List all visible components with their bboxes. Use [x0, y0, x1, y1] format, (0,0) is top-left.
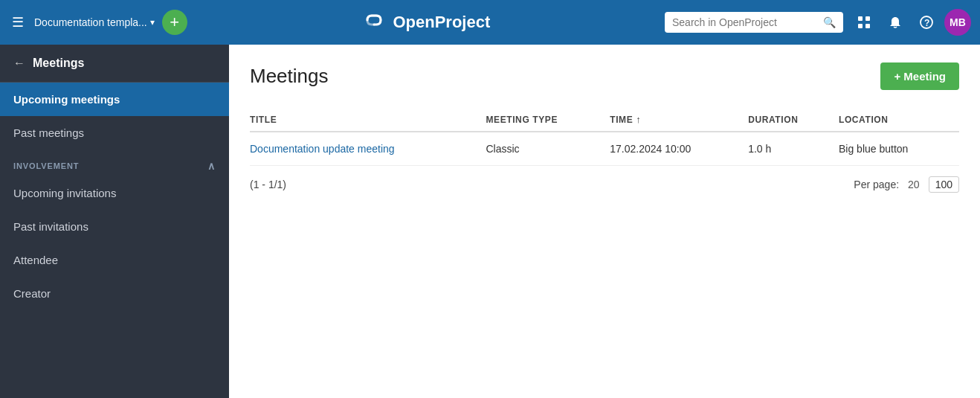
sidebar-title: Meetings — [33, 57, 84, 70]
svg-rect-2 — [858, 24, 863, 28]
col-location: LOCATION — [839, 108, 959, 132]
search-input[interactable] — [672, 16, 819, 28]
sidebar-header: ← Meetings — [0, 45, 229, 83]
logo-area: OpenProject — [195, 11, 657, 33]
col-time[interactable]: TIME ↑ — [610, 108, 748, 132]
per-page-100[interactable]: 100 — [929, 176, 959, 193]
cell-title: Documentation update meeting — [250, 132, 486, 166]
cell-type: Classic — [486, 132, 610, 166]
hamburger-icon[interactable]: ☰ — [9, 11, 27, 33]
grid-button[interactable] — [851, 9, 877, 36]
add-project-button[interactable]: + — [162, 10, 187, 35]
sort-arrow-icon: ↑ — [636, 114, 641, 125]
sidebar-item-past-invitations[interactable]: Past invitations — [0, 210, 229, 243]
svg-rect-1 — [865, 16, 870, 21]
cell-time: 17.02.2024 10:00 — [610, 132, 748, 166]
cell-location: Big blue button — [839, 132, 959, 166]
nav-icons: ? MB — [851, 9, 971, 36]
notifications-button[interactable] — [882, 9, 909, 36]
pagination-area: (1 - 1/1) Per page: 20 100 — [250, 176, 959, 193]
meetings-table: TITLE MEETING TYPE TIME ↑ DURATION — [250, 108, 959, 166]
involvement-chevron-icon[interactable]: ∧ — [207, 160, 216, 172]
sidebar-item-creator[interactable]: Creator — [0, 277, 229, 310]
avatar[interactable]: MB — [944, 9, 971, 36]
project-chevron-icon: ▾ — [150, 17, 155, 28]
search-icon: 🔍 — [823, 16, 836, 28]
sidebar-item-upcoming-invitations[interactable]: Upcoming invitations — [0, 176, 229, 210]
sidebar: ← Meetings Upcoming meetings Past meetin… — [0, 45, 229, 398]
project-selector[interactable]: Documentation templa... ▾ — [34, 16, 155, 28]
page-header: Meetings + Meeting — [250, 62, 959, 90]
sidebar-item-attendee[interactable]: Attendee — [0, 243, 229, 277]
cell-duration: 1.0 h — [748, 132, 839, 166]
logo-icon — [361, 11, 387, 33]
layout: ← Meetings Upcoming meetings Past meetin… — [0, 45, 980, 398]
add-meeting-button[interactable]: + Meeting — [880, 62, 959, 90]
col-title: TITLE — [250, 108, 486, 132]
meeting-link[interactable]: Documentation update meeting — [250, 143, 395, 155]
per-page-label: Per page: — [854, 179, 899, 190]
page-title: Meetings — [250, 65, 329, 88]
pagination-range: (1 - 1/1) — [250, 179, 286, 190]
svg-rect-0 — [858, 16, 863, 21]
main-content: Meetings + Meeting TITLE MEETING TYPE TI… — [229, 45, 980, 398]
logo-text: OpenProject — [393, 13, 490, 32]
svg-text:?: ? — [924, 18, 929, 28]
search-bar: 🔍 — [665, 12, 843, 33]
back-arrow-icon[interactable]: ← — [13, 57, 25, 70]
sidebar-item-past-meetings[interactable]: Past meetings — [0, 116, 229, 150]
svg-rect-3 — [865, 24, 870, 28]
help-button[interactable]: ? — [913, 9, 940, 36]
col-meeting-type: MEETING TYPE — [486, 108, 610, 132]
sidebar-item-upcoming-meetings[interactable]: Upcoming meetings — [0, 83, 229, 116]
col-duration: DURATION — [748, 108, 839, 132]
per-page-20[interactable]: 20 — [903, 177, 924, 192]
per-page-area: Per page: 20 100 — [854, 176, 959, 193]
table-row: Documentation update meeting Classic 17.… — [250, 132, 959, 166]
project-name: Documentation templa... — [34, 16, 147, 28]
table-header-row: TITLE MEETING TYPE TIME ↑ DURATION — [250, 108, 959, 132]
top-nav: ☰ Documentation templa... ▾ + OpenProjec… — [0, 0, 980, 45]
sidebar-involvement-section: INVOLVEMENT ∧ — [0, 150, 229, 176]
